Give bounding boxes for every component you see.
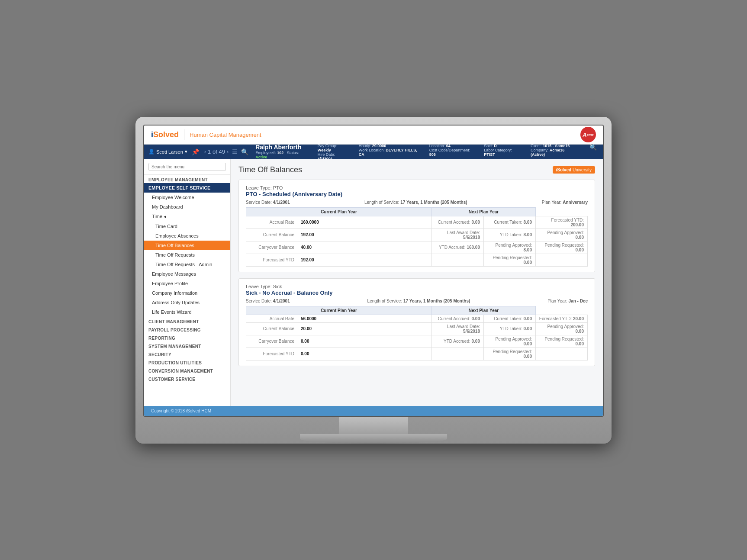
top-bar-right: Acme xyxy=(580,127,596,142)
sidebar: EMPLOYEE MANAGEMENT EMPLOYEE SELF SERVIC… xyxy=(144,159,231,406)
sidebar-item-emp-profile[interactable]: Employee Profile xyxy=(144,279,230,288)
sidebar-section-conversion[interactable]: CONVERSION MANAGEMENT xyxy=(144,366,230,374)
leave-service-row-pto: Service Date: 4/1/2001 Length of Service… xyxy=(246,200,588,205)
sidebar-item-emp-welcome[interactable]: Employee Welcome xyxy=(144,193,230,202)
main-layout: EMPLOYEE MANAGEMENT EMPLOYEE SELF SERVIC… xyxy=(144,159,603,406)
list-icon[interactable]: ☰ xyxy=(232,148,238,155)
stand-neck xyxy=(339,417,408,434)
copyright: Copyright © 2018 iSolved HCM xyxy=(151,409,211,413)
table-row: Current Balance 20.00 Last Award Date: 5… xyxy=(246,322,588,335)
user-icon: 👤 xyxy=(148,149,155,154)
sidebar-item-time-off-balances[interactable]: Time Off Balances xyxy=(144,241,230,250)
sidebar-item-life-events[interactable]: Life Events Wizard xyxy=(144,307,230,317)
user-name: Scott Larsen xyxy=(156,149,183,154)
sidebar-section-system-mgmt[interactable]: SYSTEM MANAGEMENT xyxy=(144,341,230,350)
table-row: Carryover Balance 40.00 YTD Accrued: 160… xyxy=(246,241,588,254)
footer: Copyright © 2018 iSolved HCM xyxy=(144,406,603,416)
table-row: Accrual Rate 56.0000 Current Accrued: 0.… xyxy=(246,315,588,322)
search-nav-icon[interactable]: 🔍 xyxy=(241,148,248,155)
current-plan-header-sick: Current Plan Year xyxy=(246,306,432,315)
nav-icons: ☰ 🔍 xyxy=(232,148,248,155)
search-emp-icon[interactable]: 🔍 xyxy=(589,144,599,151)
table-row: Forecasted YTD 0.00 Pending Requested: 0… xyxy=(246,348,588,360)
nav-bar: 👤 Scott Larsen ▾ 📌 ‹ 1 of 49 › ☰ 🔍 Ralph… xyxy=(144,145,603,159)
page-title: Time Off Balances xyxy=(238,165,302,174)
leave-table-pto: Current Plan Year Next Plan Year Accrual… xyxy=(246,207,588,267)
emp-name-block: Ralph Aberforth Employee#: 102 Status: A… xyxy=(255,144,309,159)
leave-card-sick: Leave Type: Sick Sick - No Accrual - Bal… xyxy=(238,278,595,366)
nav-arrows: ‹ 1 of 49 › xyxy=(204,148,229,155)
table-row: Current Balance 192.00 Last Award Date: … xyxy=(246,229,588,241)
sidebar-section-security[interactable]: SECURITY xyxy=(144,350,230,358)
content-header: Time Off Balances iSolved University xyxy=(238,165,595,174)
university-btn[interactable]: iSolved University xyxy=(553,166,595,174)
leave-type-prefix-pto: Leave Type: PTO xyxy=(246,185,588,190)
top-bar: iSolved Human Capital Management Acme xyxy=(144,126,603,145)
client-block: Client: 1016 - Acme16 Company: Acme16 (A… xyxy=(531,144,581,157)
sidebar-search xyxy=(144,159,230,175)
sidebar-section-production[interactable]: PRODUCTION UTILITIES xyxy=(144,358,230,366)
prev-arrow[interactable]: ‹ xyxy=(204,148,206,155)
next-arrow[interactable]: › xyxy=(227,148,229,155)
sidebar-section-client-mgmt[interactable]: CLIENT MANAGEMENT xyxy=(144,317,230,325)
sidebar-section-customer-svc[interactable]: CUSTOMER SERVICE xyxy=(144,374,230,383)
table-row: Accrual Rate 160.0000 Current Accrued: 0… xyxy=(246,216,588,229)
monitor-stand xyxy=(143,417,604,444)
leave-card-pto: Leave Type: PTO PTO - Scheduled (Anniver… xyxy=(238,180,595,272)
sidebar-section-payroll[interactable]: PAYROLL PROCESSING xyxy=(144,325,230,333)
sidebar-section-reporting[interactable]: REPORTING xyxy=(144,333,230,341)
content-area: Time Off Balances iSolved University Lea… xyxy=(231,159,603,406)
sidebar-item-my-dashboard[interactable]: My Dashboard xyxy=(144,202,230,212)
next-plan-header-sick: Next Plan Year xyxy=(432,306,536,315)
sidebar-item-emp-messages[interactable]: Employee Messages xyxy=(144,269,230,279)
user-menu[interactable]: 👤 Scott Larsen ▾ xyxy=(148,149,187,154)
location-block: Location: 04 Cost Code/Department: 806 xyxy=(429,144,475,157)
sidebar-item-time[interactable]: Time ◂ xyxy=(144,212,230,222)
next-plan-header-pto: Next Plan Year xyxy=(432,207,536,216)
sidebar-item-time-off-requests-admin[interactable]: Time Off Requests - Admin xyxy=(144,260,230,269)
sidebar-section-self-service[interactable]: EMPLOYEE SELF SERVICE xyxy=(144,183,230,193)
sidebar-item-address-updates[interactable]: Address Only Updates xyxy=(144,298,230,307)
menu-search-input[interactable] xyxy=(148,163,226,171)
nav-count: 1 of 49 xyxy=(208,148,225,155)
chevron-down-icon: ▾ xyxy=(185,149,187,154)
sidebar-section-emp-mgmt[interactable]: EMPLOYEE MANAGEMENT xyxy=(144,175,230,183)
leave-table-sick: Current Plan Year Next Plan Year Accrual… xyxy=(246,306,588,360)
leave-type-name-pto: PTO - Scheduled (Anniversary Date) xyxy=(246,191,588,197)
sidebar-item-time-card[interactable]: Time Card xyxy=(144,222,230,231)
stand-base xyxy=(300,434,447,444)
logo-divider xyxy=(184,129,184,140)
employee-name: Ralph Aberforth xyxy=(255,144,309,151)
acme-logo: Acme xyxy=(580,127,596,142)
sidebar-item-time-off-requests[interactable]: Time Off Requests xyxy=(144,250,230,260)
sidebar-item-emp-absences[interactable]: Employee Absences xyxy=(144,231,230,241)
logo: iSolved xyxy=(151,130,179,139)
pin-icon[interactable]: 📌 xyxy=(192,148,199,155)
shift-block: Shift: D Labor Category: PTIST xyxy=(484,144,522,157)
table-row: Carryover Balance 0.00 YTD Accrued: 0.00… xyxy=(246,335,588,348)
leave-type-name-sick: Sick - No Accrual - Balance Only xyxy=(246,290,588,296)
hourly-block: Hourly: 29.0000 Work Location: BEVERLY H… xyxy=(359,144,421,157)
table-row: Forecasted YTD 192.00 Pending Requested:… xyxy=(246,254,588,266)
employee-info: Ralph Aberforth Employee#: 102 Status: A… xyxy=(255,143,599,161)
pay-group-block: Pay Group: Weekly Hire Date: 4/1/2001 xyxy=(318,144,350,161)
leave-type-prefix-sick: Leave Type: Sick xyxy=(246,284,588,289)
leave-service-row-sick: Service Date: 4/1/2001 Length of Service… xyxy=(246,299,588,303)
emp-id-status: Employee#: 102 Status: Active xyxy=(255,151,309,159)
current-plan-header-pto: Current Plan Year xyxy=(246,207,432,216)
sidebar-item-company-info[interactable]: Company Information xyxy=(144,288,230,298)
hcm-title: Human Capital Management xyxy=(190,132,261,138)
